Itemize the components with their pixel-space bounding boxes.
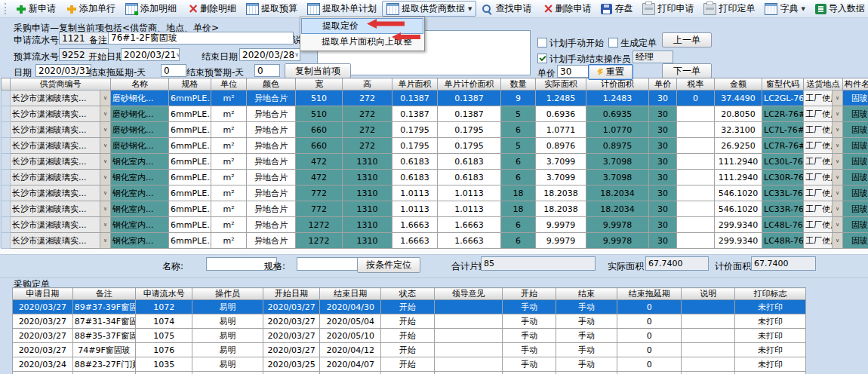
toolbar-button-9[interactable]: 删除申请 bbox=[537, 1, 596, 17]
orders-column-header[interactable]: 状态 bbox=[381, 288, 435, 300]
end-date-select[interactable]: 2020/03/28 ∨ bbox=[239, 48, 300, 61]
orders-column-header[interactable]: 操作员 bbox=[192, 288, 263, 300]
row-gutter[interactable] bbox=[2, 201, 11, 217]
delivery-place-dropdown[interactable]: 工厂使用∨ bbox=[804, 122, 843, 138]
orders-table-row[interactable]: 2020/03/2787#31-34F窗固玻1074易明2020/03/2720… bbox=[13, 314, 806, 329]
orders-table-row[interactable]: 2020/03/2774#9F窗固玻1076易明2020/03/272020/0… bbox=[13, 343, 806, 357]
detail-table-row[interactable]: 长沙市潇湘玻璃实...∨磨砂钢化...6mmPLE...m²异地合片510272… bbox=[2, 106, 868, 122]
detail-column-header[interactable]: 金额 bbox=[715, 78, 762, 90]
orders-column-header[interactable]: 领导意见 bbox=[434, 288, 503, 300]
detail-table-row[interactable]: 长沙市潇湘玻璃实...∨钢化室内...6mmPLE...m²异地合片772131… bbox=[2, 201, 868, 217]
delivery-place-dropdown[interactable]: 工厂使用∨ bbox=[804, 154, 843, 170]
start-date-select[interactable]: 2020/03/21 ∨ bbox=[121, 48, 180, 61]
delivery-place-dropdown[interactable]: 工厂使用∨ bbox=[804, 138, 843, 154]
toolbar-button-2[interactable]: 添加单行 bbox=[61, 1, 120, 17]
supplier-combobox[interactable]: 长沙市潇湘玻璃实...∨ bbox=[11, 106, 111, 122]
row-gutter[interactable] bbox=[2, 106, 11, 122]
detail-column-header[interactable]: 单片计价面积 bbox=[438, 78, 501, 90]
toolbar-button-11[interactable]: 打印申请 bbox=[638, 1, 698, 17]
detail-table-row[interactable]: 长沙市潇湘玻璃实...∨钢化室内...6mmPLE...m²异地合片472131… bbox=[2, 170, 868, 185]
toolbar-button-5[interactable]: 提取预算 bbox=[242, 1, 302, 17]
row-gutter[interactable] bbox=[2, 154, 11, 170]
toolbar-button-7[interactable]: 提取供货商数据▼ bbox=[382, 1, 476, 17]
row-gutter[interactable] bbox=[2, 233, 11, 249]
detail-column-header[interactable]: 送货地点 bbox=[804, 78, 843, 90]
orders-column-header[interactable]: 申请日期 bbox=[13, 288, 73, 300]
operator-field[interactable]: 经理 bbox=[633, 51, 673, 63]
detail-column-header[interactable]: 单位 bbox=[211, 78, 247, 90]
copy-current-button[interactable]: 复制当前项 bbox=[285, 63, 351, 78]
supplier-combobox[interactable]: 长沙市潇湘玻璃实...∨ bbox=[11, 233, 111, 249]
supplier-combobox[interactable]: 长沙市潇湘玻璃实...∨ bbox=[11, 138, 111, 154]
detail-column-header[interactable]: 宽 bbox=[296, 78, 343, 90]
orders-column-header[interactable]: 结束 bbox=[556, 288, 617, 300]
unit-price-field[interactable]: 30 bbox=[557, 65, 590, 78]
orders-column-header[interactable]: 结束日期 bbox=[320, 288, 381, 300]
orders-column-header[interactable]: 打印标志 bbox=[735, 288, 806, 300]
supplier-combobox[interactable]: 长沙市潇湘玻璃实...∨ bbox=[11, 217, 111, 233]
detail-column-header[interactable]: 数量 bbox=[501, 78, 536, 90]
detail-column-header[interactable]: 供货商编号 bbox=[11, 78, 111, 90]
orders-column-header[interactable]: 开始日期 bbox=[263, 288, 320, 300]
detail-column-header[interactable]: 高 bbox=[343, 78, 392, 90]
row-gutter[interactable] bbox=[2, 185, 11, 201]
delivery-place-dropdown[interactable]: 工厂使用∨ bbox=[804, 106, 843, 122]
orders-column-header[interactable]: 说明 bbox=[682, 288, 735, 300]
detail-column-header[interactable]: 实际面积 bbox=[536, 78, 586, 90]
row-gutter[interactable] bbox=[2, 90, 11, 106]
supplier-combobox[interactable]: 长沙市潇湘玻璃实...∨ bbox=[11, 185, 111, 201]
detail-column-header[interactable]: 单片面积 bbox=[392, 78, 438, 90]
warning-field[interactable]: 0 bbox=[254, 64, 280, 77]
detail-table-row[interactable]: 长沙市潇湘玻璃实...∨钢化室内...6mmPLE...m²异地合片127213… bbox=[2, 217, 868, 233]
delivery-place-dropdown[interactable]: 工厂使用∨ bbox=[804, 90, 843, 106]
supplier-combobox[interactable]: 长沙市潇湘玻璃实...∨ bbox=[11, 154, 111, 170]
delay-field[interactable]: 0 bbox=[161, 64, 186, 77]
detail-column-header[interactable]: 单价 bbox=[649, 78, 677, 90]
orders-table-row[interactable]: 2020/03/2488#23-27F门顶玻1035易明2020/03/2520… bbox=[13, 357, 806, 372]
plan-manual-end-checkbox[interactable] bbox=[537, 54, 547, 63]
detail-column-header[interactable]: 名称 bbox=[111, 78, 169, 90]
detail-table-row[interactable]: 长沙市潇湘玻璃实...∨磨砂钢化...6mmPLE...m²异地合片660272… bbox=[2, 138, 868, 154]
supplier-combobox[interactable]: 长沙市潇湘玻璃实...∨ bbox=[11, 170, 111, 185]
next-order-button[interactable]: 下一单 bbox=[662, 63, 712, 78]
delivery-place-dropdown[interactable]: 工厂使用∨ bbox=[804, 217, 843, 233]
toolbar-button-13[interactable]: 字典▼ bbox=[760, 1, 809, 17]
toolbar-button-14[interactable]: 导入数据 bbox=[811, 1, 868, 17]
generate-order-checkbox[interactable] bbox=[608, 38, 618, 48]
toolbar-button-1[interactable]: 新申请 bbox=[11, 1, 60, 17]
orders-column-header[interactable]: 开始 bbox=[503, 288, 556, 300]
remark-field[interactable]: 76#1-2F窗固玻 bbox=[108, 32, 294, 44]
delivery-place-dropdown[interactable]: 工厂使用∨ bbox=[804, 185, 843, 201]
detail-column-header[interactable]: 税率 bbox=[677, 78, 715, 90]
orders-table-row[interactable]: 2020/03/2789#37-39F窗固玻1072易明2020/03/2720… bbox=[13, 300, 806, 314]
orders-column-header[interactable]: 申请流水号 bbox=[136, 288, 192, 300]
detail-column-header[interactable]: 构件名称 bbox=[843, 78, 868, 90]
supplier-combobox[interactable]: 长沙市潇湘玻璃实...∨ bbox=[11, 90, 111, 106]
detail-table-row[interactable]: 长沙市潇湘玻璃实...∨磨砂钢化...6mmPLE...m²异地合片510272… bbox=[2, 90, 868, 106]
orders-table-row[interactable]: 2020/03/2788#35-37F窗固玻1075易明2020/03/2720… bbox=[13, 329, 806, 343]
detail-column-header[interactable]: 颜色 bbox=[247, 78, 296, 90]
toolbar-button-6[interactable]: 提取补单计划 bbox=[303, 1, 381, 17]
delivery-place-dropdown[interactable]: 工厂使用∨ bbox=[804, 201, 843, 217]
detail-table-row[interactable]: 长沙市潇湘玻璃实...∨钢化室内...6mmPLE...m²异地合片127213… bbox=[2, 233, 868, 249]
menu-item-extract-pricing[interactable]: 提取定价 bbox=[301, 18, 423, 34]
toolbar-button-8[interactable]: 查找申请 bbox=[477, 1, 536, 17]
detail-table-row[interactable]: 长沙市潇湘玻璃实...∨磨砂钢化...6mmPLE...m²异地合片660272… bbox=[2, 122, 868, 138]
row-gutter[interactable] bbox=[2, 170, 11, 185]
orders-column-header[interactable]: 结束拖延期 bbox=[617, 288, 682, 300]
supplier-combobox[interactable]: 长沙市潇湘玻璃实...∨ bbox=[11, 122, 111, 138]
previous-order-button[interactable]: 上一单 bbox=[662, 32, 712, 48]
row-gutter[interactable] bbox=[2, 122, 11, 138]
plan-manual-start-checkbox[interactable] bbox=[537, 38, 547, 48]
row-gutter[interactable] bbox=[2, 217, 11, 233]
orders-column-header[interactable]: 备注 bbox=[72, 288, 136, 300]
toolbar-button-12[interactable]: 打印定单 bbox=[699, 1, 759, 17]
toolbar-button-10[interactable]: 存盘 bbox=[596, 1, 637, 17]
row-gutter[interactable] bbox=[2, 138, 11, 154]
delivery-place-dropdown[interactable]: 工厂使用∨ bbox=[804, 170, 843, 185]
toolbar-button-4[interactable]: 删除明细 bbox=[182, 1, 241, 17]
supplier-combobox[interactable]: 长沙市潇湘玻璃实...∨ bbox=[11, 201, 111, 217]
detail-column-header[interactable]: 窗型代码 bbox=[762, 78, 804, 90]
detail-column-header[interactable]: 规格 bbox=[169, 78, 211, 90]
toolbar-button-3[interactable]: 添加明细 bbox=[121, 1, 181, 17]
